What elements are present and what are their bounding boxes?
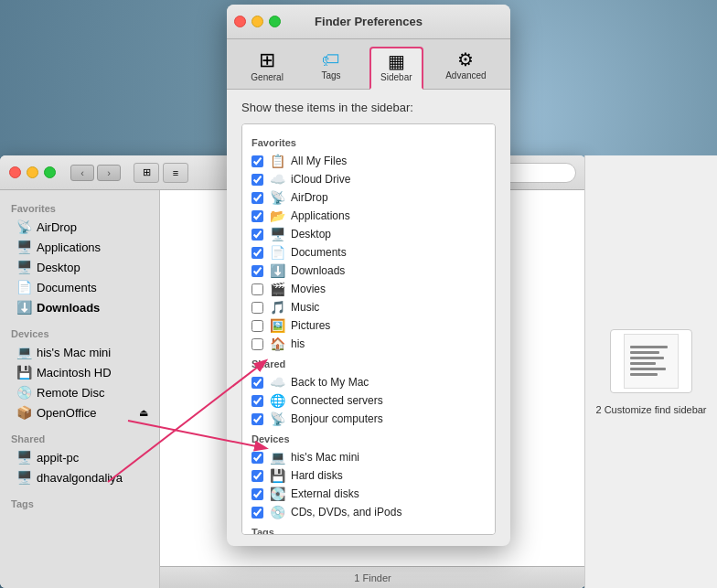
checkbox-pictures[interactable] [251, 320, 263, 332]
general-tab-icon: ⊞ [259, 50, 275, 70]
customize-icon-card [610, 329, 692, 393]
tab-sidebar-label: Sidebar [380, 72, 412, 82]
shared-section: Shared [251, 358, 486, 369]
item-back-to-my-mac: ☁️ Back to My Mac [251, 373, 486, 391]
devices-section: Devices [251, 433, 486, 444]
tab-general-label: General [251, 72, 284, 82]
tab-tags[interactable]: 🏷 Tags [305, 47, 356, 89]
item-hard-disks: 💾 Hard disks [251, 466, 486, 485]
sidebar-item-airdrop[interactable]: 📡 AirDrop [4, 217, 155, 237]
prefs-maximize-button[interactable] [269, 16, 281, 27]
sidebar-item-applications[interactable]: 🖥️ Applications [4, 237, 155, 257]
close-button[interactable] [9, 166, 21, 178]
checkbox-his[interactable] [251, 338, 263, 350]
forward-button[interactable]: › [97, 165, 121, 181]
minimize-button[interactable] [27, 166, 38, 178]
item-cds-dvds-ipods: 💿 CDs, DVDs, and iPods [251, 503, 486, 521]
item-his: 🏠 his [251, 335, 486, 353]
tags-tab-icon: 🏷 [322, 50, 340, 69]
sidebar-tab-icon: ▦ [388, 52, 405, 70]
tags-heading: Tags [0, 493, 159, 512]
prefs-content: Show these items in the sidebar: Favorit… [227, 90, 510, 546]
checkbox-bonjour-computers[interactable] [251, 413, 263, 425]
applications-icon: 🖥️ [16, 240, 31, 254]
checkbox-desktop[interactable] [251, 229, 263, 241]
item-movies: 🎬 Movies [251, 280, 486, 298]
item-icloud-drive: ☁️ iCloud Drive [251, 170, 486, 188]
checkbox-connected-servers[interactable] [251, 395, 263, 407]
downloads-icon: ⬇️ [16, 300, 31, 315]
sidebar-item-macintosh-hd[interactable]: 💾 Macintosh HD [4, 362, 155, 382]
sidebar-item-documents[interactable]: 📄 Documents [4, 277, 155, 297]
checkbox-hiss-mac-mini[interactable] [251, 452, 263, 464]
icon-view-button[interactable]: ⊞ [134, 163, 159, 183]
mac-mini-icon: 💻 [16, 345, 31, 359]
finder-sidebar: Favorites 📡 AirDrop 🖥️ Applications 🖥️ D… [0, 190, 160, 588]
tab-sidebar[interactable]: ▦ Sidebar [369, 47, 423, 90]
advanced-tab-icon: ⚙ [457, 50, 474, 69]
item-connected-servers: 🌐 Connected servers [251, 391, 486, 410]
item-applications: 📂 Applications [251, 207, 486, 225]
list-view-button[interactable]: ≡ [163, 163, 188, 183]
checkbox-applications[interactable] [251, 210, 263, 222]
sidebar-item-appit-pc[interactable]: 🖥️ appit-pc [4, 447, 155, 467]
shared-heading: Shared [0, 428, 159, 447]
checkbox-hard-disks[interactable] [251, 470, 263, 482]
sidebar-item-mac-mini[interactable]: 💻 his's Mac mini [4, 342, 155, 362]
documents-icon: 📄 [16, 280, 31, 294]
tab-advanced[interactable]: ⚙ Advanced [436, 47, 495, 89]
prefs-traffic-lights [234, 16, 281, 27]
item-bonjour-computers: 📡 Bonjour computers [251, 410, 486, 428]
customize-icon [624, 334, 679, 389]
prefs-tabs: ⊞ General 🏷 Tags ▦ Sidebar ⚙ Advanced [227, 39, 510, 90]
item-all-my-files: 📋 All My Files [251, 152, 486, 170]
hard-disk-icon: 💾 [16, 365, 31, 380]
item-music: 🎵 Music [251, 298, 486, 316]
back-button[interactable]: ‹ [70, 165, 94, 181]
sidebar-item-downloads[interactable]: ⬇️ Downloads [4, 297, 155, 317]
maximize-button[interactable] [44, 166, 56, 178]
checkbox-all-my-files[interactable] [251, 155, 263, 167]
prefs-dialog: Finder Preferences ⊞ General 🏷 Tags ▦ Si… [227, 5, 510, 546]
airdrop-icon: 📡 [16, 219, 31, 234]
item-hiss-mac-mini: 💻 his's Mac mini [251, 448, 486, 466]
prefs-close-button[interactable] [234, 16, 246, 27]
checkbox-airdrop[interactable] [251, 192, 263, 204]
checkbox-movies[interactable] [251, 283, 263, 295]
checkbox-documents[interactable] [251, 247, 263, 259]
finder-nav: ‹ › [70, 165, 121, 181]
prefs-minimize-button[interactable] [251, 16, 263, 27]
item-airdrop: 📡 AirDrop [251, 188, 486, 207]
checkbox-downloads[interactable] [251, 265, 263, 277]
item-external-disks: 💽 External disks [251, 485, 486, 503]
favorites-section: Favorites [251, 137, 486, 148]
right-panel: 2 Customize find sidebar [584, 155, 717, 588]
tab-general[interactable]: ⊞ General [241, 47, 293, 89]
finder-statusbar: 1 Finder [160, 566, 585, 588]
sidebar-item-dhavalgondaliya[interactable]: 🖥️ dhavalgondaliya [4, 467, 155, 487]
item-desktop: 🖥️ Desktop [251, 225, 486, 243]
tab-tags-label: Tags [321, 70, 340, 80]
checkbox-cds-dvds-ipods[interactable] [251, 507, 263, 519]
favorites-heading: Favorites [0, 198, 159, 217]
prefs-list-box: Favorites 📋 All My Files ☁️ iCloud Drive… [241, 123, 496, 535]
item-downloads: ⬇️ Downloads [251, 262, 486, 280]
prefs-subtitle: Show these items in the sidebar: [241, 101, 496, 114]
dhavalgondaliya-icon: 🖥️ [16, 470, 31, 485]
right-label: 2 Customize find sidebar [595, 404, 706, 415]
appit-pc-icon: 🖥️ [16, 450, 31, 465]
sidebar-item-desktop[interactable]: 🖥️ Desktop [4, 257, 155, 277]
remote-disc-icon: 💿 [16, 385, 31, 400]
prefs-title: Finder Preferences [315, 15, 423, 28]
item-pictures: 🖼️ Pictures [251, 316, 486, 335]
sidebar-item-openoffice[interactable]: 📦 OpenOffice ⏏ [4, 402, 155, 422]
checkbox-icloud-drive[interactable] [251, 174, 263, 186]
checkbox-back-to-my-mac[interactable] [251, 377, 263, 389]
item-documents: 📄 Documents [251, 243, 486, 262]
checkbox-external-disks[interactable] [251, 488, 263, 500]
prefs-titlebar: Finder Preferences [227, 5, 510, 39]
tab-advanced-label: Advanced [445, 70, 486, 80]
tags-section: Tags [251, 527, 486, 535]
sidebar-item-remote-disc[interactable]: 💿 Remote Disc [4, 382, 155, 402]
checkbox-music[interactable] [251, 302, 263, 314]
